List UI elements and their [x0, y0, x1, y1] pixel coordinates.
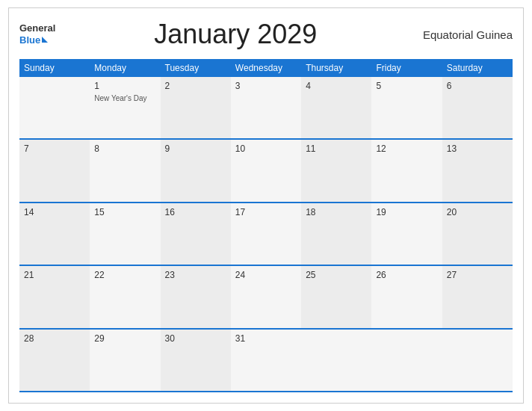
- calendar-cell: 17: [231, 203, 301, 265]
- cell-date: 2: [165, 80, 226, 93]
- calendar-cell: 8: [90, 140, 160, 201]
- calendar-cell: 15: [90, 203, 160, 265]
- day-header-sunday: Sunday: [19, 59, 90, 77]
- calendar-cell: [19, 77, 90, 138]
- day-header-monday: Monday: [90, 59, 160, 77]
- cell-date: 24: [235, 269, 297, 282]
- cell-date: 4: [306, 80, 367, 93]
- calendar-header: General Blue January 2029 Equatorial Gui…: [19, 16, 513, 53]
- day-header-wednesday: Wednesday: [231, 59, 301, 77]
- calendar-cell: 10: [231, 140, 301, 201]
- cell-date: 18: [306, 206, 367, 219]
- cell-date: 27: [447, 269, 508, 282]
- calendar-cell: 9: [161, 140, 231, 201]
- cell-date: 16: [165, 206, 226, 219]
- cell-date: 23: [165, 269, 226, 282]
- logo-general-text: General: [19, 23, 55, 34]
- cell-date: 30: [165, 333, 226, 345]
- calendar-cell: 6: [442, 77, 513, 138]
- calendar-cell: 2: [161, 77, 231, 138]
- calendar-cell: 16: [161, 203, 231, 265]
- day-headers-row: SundayMondayTuesdayWednesdayThursdayFrid…: [19, 59, 513, 77]
- calendar-cell: 29: [90, 330, 160, 391]
- calendar-cell: 19: [371, 203, 442, 265]
- calendar-cell: [442, 330, 513, 391]
- calendar-cell: 11: [301, 140, 371, 201]
- calendar-cell: 18: [301, 203, 371, 265]
- calendar-cell: 25: [301, 266, 371, 327]
- calendar-title: January 2029: [55, 19, 415, 50]
- calendar-grid: SundayMondayTuesdayWednesdayThursdayFrid…: [19, 59, 513, 392]
- calendar-cell: 23: [161, 266, 231, 327]
- cell-date: 12: [376, 143, 437, 155]
- calendar-week-0: 1New Year's Day23456: [19, 77, 513, 140]
- cell-date: 21: [24, 269, 85, 282]
- day-header-thursday: Thursday: [301, 59, 371, 77]
- cell-date: 1: [94, 80, 155, 93]
- calendar-cell: 28: [19, 330, 90, 391]
- cell-date: 15: [94, 206, 155, 219]
- calendar-cell: 22: [90, 266, 160, 327]
- day-header-saturday: Saturday: [442, 59, 513, 77]
- calendar-week-2: 14151617181920: [19, 203, 513, 266]
- calendar-cell: 7: [19, 140, 90, 201]
- calendar-week-1: 78910111213: [19, 140, 513, 203]
- calendar-container: General Blue January 2029 Equatorial Gui…: [8, 7, 524, 404]
- calendar-cell: 30: [161, 330, 231, 391]
- calendar-cell: 14: [19, 203, 90, 265]
- logo-blue-text: Blue: [19, 34, 40, 46]
- calendar-cell: 1New Year's Day: [90, 77, 160, 138]
- cell-date: 14: [24, 206, 85, 219]
- cell-date: 25: [306, 269, 367, 282]
- cell-date: 11: [306, 143, 367, 155]
- cell-date: 29: [94, 333, 155, 345]
- calendar-cell: [371, 330, 442, 391]
- cell-date: 10: [235, 143, 297, 155]
- calendar-cell: 31: [231, 330, 301, 391]
- calendar-cell: [301, 330, 371, 391]
- cell-date: 26: [376, 269, 437, 282]
- calendar-cell: 12: [371, 140, 442, 201]
- day-header-friday: Friday: [371, 59, 442, 77]
- cell-date: 19: [376, 206, 437, 219]
- day-header-tuesday: Tuesday: [161, 59, 231, 77]
- cell-date: 17: [235, 206, 297, 219]
- calendar-cell: 20: [442, 203, 513, 265]
- cell-event: New Year's Day: [94, 94, 155, 102]
- cell-date: 20: [447, 206, 508, 219]
- calendar-cell: 5: [371, 77, 442, 138]
- logo: General Blue: [19, 23, 55, 45]
- cell-date: 6: [447, 80, 508, 93]
- cell-date: 28: [24, 333, 85, 345]
- calendar-cell: 21: [19, 266, 90, 327]
- cell-date: 13: [447, 143, 508, 155]
- cell-date: 8: [94, 143, 155, 155]
- cell-date: 31: [235, 333, 297, 345]
- calendar-cell: 13: [442, 140, 513, 201]
- calendar-week-3: 21222324252627: [19, 266, 513, 329]
- cell-date: 7: [24, 143, 85, 155]
- logo-blue-area: Blue: [19, 34, 48, 46]
- calendar-cell: 27: [442, 266, 513, 327]
- cell-date: 5: [376, 80, 437, 93]
- country-label: Equatorial Guinea: [415, 28, 513, 41]
- calendar-week-4: 28293031: [19, 330, 513, 392]
- calendar-cell: 24: [231, 266, 301, 327]
- cell-date: 9: [165, 143, 226, 155]
- cell-date: 22: [94, 269, 155, 282]
- cell-date: 3: [235, 80, 297, 93]
- logo-triangle-icon: [42, 37, 48, 43]
- calendar-cell: 4: [301, 77, 371, 138]
- calendar-cell: 26: [371, 266, 442, 327]
- calendar-cell: 3: [231, 77, 301, 138]
